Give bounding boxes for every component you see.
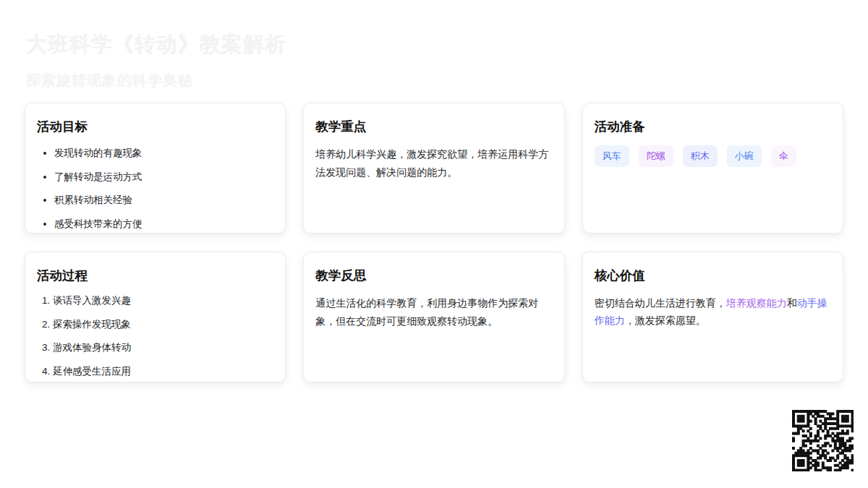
process-step: 探索操作发现现象 — [53, 318, 273, 331]
card-title: 活动目标 — [37, 118, 273, 135]
card-activity-process: 活动过程 谈话导入激发兴趣探索操作发现现象游戏体验身体转动延伸感受生活应用 — [25, 252, 286, 382]
core-value-text: 密切结合幼儿生活进行教育，培养观察能力和动手操作能力，激发探索愿望。 — [595, 294, 831, 329]
material-tag-list: 风车陀螺积木小碗伞 — [595, 145, 831, 167]
reflection-text: 通过生活化的科学教育，利用身边事物作为探索对象，但在交流时可更细致观察转动现象。 — [315, 294, 552, 330]
process-list: 谈话导入激发兴趣探索操作发现现象游戏体验身体转动延伸感受生活应用 — [37, 294, 273, 378]
card-teaching-reflection: 教学反思 通过生活化的科学教育，利用身边事物作为探索对象，但在交流时可更细致观察… — [303, 252, 564, 382]
page-subtitle: 探索旋转现象的科学奥秘 — [26, 71, 842, 90]
process-step: 延伸感受生活应用 — [53, 365, 273, 378]
goal-list: 发现转动的有趣现象了解转动是运动方式积累转动相关经验感受科技带来的方便 — [37, 147, 273, 231]
process-step: 谈话导入激发兴趣 — [53, 294, 273, 307]
page-title: 大班科学《转动》教案解析 — [26, 30, 842, 59]
card-core-value: 核心价值 密切结合幼儿生活进行教育，培养观察能力和动手操作能力，激发探索愿望。 — [582, 252, 843, 382]
card-title: 教学重点 — [315, 118, 552, 135]
card-title: 核心价值 — [595, 267, 831, 284]
highlighted-phrase: 培养观察能力 — [726, 297, 787, 309]
goal-item: 积累转动相关经验 — [54, 194, 273, 207]
material-tag: 小碗 — [727, 145, 762, 167]
goal-item: 发现转动的有趣现象 — [54, 147, 273, 160]
card-activity-goals: 活动目标 发现转动的有趣现象了解转动是运动方式积累转动相关经验感受科技带来的方便 — [25, 103, 286, 234]
card-title: 活动过程 — [37, 267, 273, 284]
card-title: 教学反思 — [315, 267, 552, 284]
goal-item: 感受科技带来的方便 — [54, 218, 273, 231]
card-grid: 活动目标 发现转动的有趣现象了解转动是运动方式积累转动相关经验感受科技带来的方便… — [25, 103, 843, 382]
card-activity-preparation: 活动准备 风车陀螺积木小碗伞 — [582, 103, 843, 234]
goal-item: 了解转动是运动方式 — [54, 171, 273, 184]
material-tag: 陀螺 — [639, 145, 673, 167]
focus-text: 培养幼儿科学兴趣，激发探究欲望，培养运用科学方法发现问题、解决问题的能力。 — [315, 145, 552, 181]
material-tag: 伞 — [771, 145, 796, 167]
page-header: 大班科学《转动》教案解析 探索旋转现象的科学奥秘 — [0, 0, 868, 90]
process-step: 游戏体验身体转动 — [53, 341, 273, 354]
material-tag: 风车 — [595, 145, 629, 167]
qr-code — [792, 410, 854, 471]
card-teaching-focus: 教学重点 培养幼儿科学兴趣，激发探究欲望，培养运用科学方法发现问题、解决问题的能… — [303, 103, 564, 234]
text-segment: 和 — [787, 297, 797, 309]
card-title: 活动准备 — [595, 118, 831, 135]
text-segment: 密切结合幼儿生活进行教育， — [595, 297, 726, 309]
material-tag: 积木 — [683, 145, 718, 167]
text-segment: ，激发探索愿望。 — [625, 314, 706, 326]
